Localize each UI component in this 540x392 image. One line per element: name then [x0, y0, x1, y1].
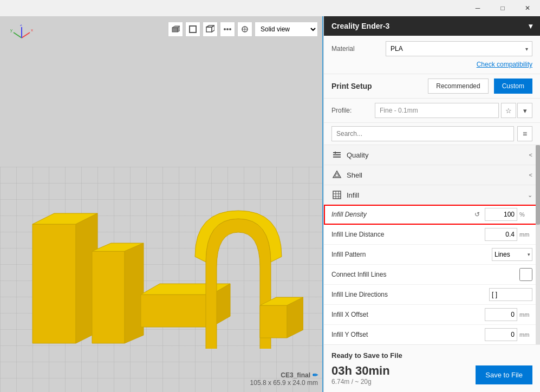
view-btn-2[interactable] [185, 22, 200, 37]
shell-section-header[interactable]: Shell < [324, 165, 540, 185]
quality-section-header[interactable]: Quality < [324, 145, 540, 165]
dimensions-text: 105.8 x 65.9 x 24.0 mm [250, 379, 318, 387]
infill-section: Infill ⌄ Infill Density ↺ % Infill Line … [324, 185, 540, 345]
infill-pattern-select[interactable]: Lines Grid Triangles Cubic Gyroid [492, 248, 532, 261]
infill-density-control: ↺ % [472, 208, 532, 221]
tab-custom[interactable]: Custom [494, 79, 532, 94]
ready-label: Ready to Save to File [331, 351, 532, 360]
tab-recommended[interactable]: Recommended [428, 79, 488, 94]
infill-y-offset-input[interactable] [485, 328, 517, 341]
infill-icon [331, 190, 342, 200]
infill-density-row: Infill Density ↺ % [324, 205, 540, 225]
svg-point-14 [226, 28, 229, 30]
view-btn-3[interactable] [203, 22, 218, 37]
infill-density-label: Infill Density [331, 211, 472, 218]
svg-text:y: y [10, 28, 12, 32]
profile-label: Profile: [331, 107, 375, 114]
infill-density-input[interactable] [485, 208, 517, 221]
svg-rect-6 [172, 28, 178, 32]
main-container: x y z [0, 16, 540, 392]
shell-chevron: < [529, 172, 532, 178]
infill-x-offset-control: mm [485, 308, 532, 321]
scrollbar-thumb[interactable] [536, 145, 540, 225]
print-setup-header: Print Setup Recommended Custom [324, 74, 540, 99]
infill-y-offset-control: mm [485, 328, 532, 341]
svg-point-15 [229, 28, 231, 30]
infill-y-offset-row: Infill Y Offset mm [324, 325, 540, 345]
viewport-toolbar: Solid view Wireframe view X-Ray view [168, 22, 318, 37]
profile-select-box[interactable]: Fine - 0.1mm [375, 103, 499, 118]
svg-point-13 [224, 28, 226, 30]
infill-line-directions-input[interactable] [489, 288, 532, 301]
svg-text:x: x [31, 28, 33, 32]
svg-marker-12 [212, 25, 214, 32]
panel-header: Creality Ender-3 ▾ [324, 16, 540, 36]
settings-list: Quality < Shell < [324, 145, 540, 345]
footer-row: 03h 30min 6.74m / ~ 20g Save to File [331, 364, 532, 386]
view-btn-4[interactable] [220, 22, 235, 37]
view-btn-5[interactable] [237, 22, 252, 37]
profile-row: Profile: Fine - 0.1mm ☆ ▾ [324, 99, 540, 123]
search-row: ≡ [324, 123, 540, 145]
search-input[interactable] [331, 126, 514, 141]
svg-line-0 [22, 32, 30, 38]
profile-actions: ☆ ▾ [501, 103, 532, 118]
shell-section: Shell < [324, 165, 540, 185]
edit-icon[interactable]: ✏ [313, 371, 318, 379]
material-label: Material [331, 45, 386, 53]
infill-pattern-dropdown-wrapper: Lines Grid Triangles Cubic Gyroid [492, 248, 532, 261]
infill-x-offset-unit: mm [519, 311, 532, 318]
infill-line-distance-input[interactable] [485, 228, 517, 241]
infill-line-distance-control: mm [485, 228, 532, 241]
close-button[interactable]: ✕ [515, 0, 540, 16]
infill-pattern-row: Infill Pattern Lines Grid Triangles Cubi… [324, 245, 540, 265]
viewport-border-line [322, 16, 323, 392]
quality-icon [331, 149, 342, 160]
profile-dropdown-btn[interactable]: ▾ [517, 103, 532, 118]
infill-y-offset-label: Infill Y Offset [331, 331, 485, 338]
infill-chevron: ⌄ [528, 192, 532, 199]
infill-section-header[interactable]: Infill ⌄ [324, 185, 540, 205]
infill-title: Infill [347, 191, 523, 199]
infill-line-distance-unit: mm [519, 231, 532, 238]
infill-x-offset-row: Infill X Offset mm [324, 305, 540, 325]
material-row: Material PLA ABS PETG [331, 41, 532, 56]
check-compatibility-link[interactable]: Check compatibility [331, 61, 532, 68]
svg-marker-23 [141, 295, 211, 327]
shell-icon [331, 169, 342, 180]
connect-infill-lines-row: Connect Infill Lines [324, 265, 540, 285]
connect-infill-lines-checkbox[interactable] [519, 268, 532, 281]
connect-infill-lines-control [519, 268, 532, 281]
quality-title: Quality [347, 151, 525, 159]
svg-marker-20 [92, 251, 125, 343]
search-menu-btn[interactable]: ≡ [517, 126, 532, 141]
quality-section: Quality < [324, 145, 540, 165]
infill-line-directions-row: Infill Line Directions [324, 285, 540, 305]
maximize-button[interactable]: □ [490, 0, 515, 16]
save-to-file-button[interactable]: Save to File [476, 365, 532, 384]
infill-pattern-label: Infill Pattern [331, 251, 492, 258]
view-cube-btn[interactable] [168, 22, 183, 37]
panel-collapse-icon[interactable]: ▾ [529, 22, 532, 30]
infill-line-distance-row: Infill Line Distance mm [324, 225, 540, 245]
viewport-footer: CE3_final ✏ 105.8 x 65.9 x 24.0 mm [250, 371, 318, 387]
filename-row: CE3_final ✏ [250, 371, 318, 379]
svg-marker-22 [125, 243, 144, 343]
profile-star-btn[interactable]: ☆ [501, 103, 516, 118]
svg-rect-10 [206, 27, 212, 32]
infill-x-offset-input[interactable] [485, 308, 517, 321]
view-mode-select[interactable]: Solid view Wireframe view X-Ray view [255, 22, 318, 37]
axis-icon: x y z [8, 24, 35, 51]
viewport[interactable]: x y z [0, 16, 323, 392]
infill-density-reset[interactable]: ↺ [472, 209, 483, 220]
infill-x-offset-label: Infill X Offset [331, 311, 485, 318]
svg-rect-35 [333, 191, 341, 199]
material-section: Material PLA ABS PETG Check compatibilit… [324, 36, 540, 74]
material-select[interactable]: PLA ABS PETG [386, 41, 532, 56]
title-bar: ─ □ ✕ [0, 0, 540, 16]
print-details: 6.74m / ~ 20g [331, 378, 390, 386]
print-time-container: 03h 30min 6.74m / ~ 20g [331, 364, 390, 386]
svg-line-2 [14, 32, 22, 38]
minimize-button[interactable]: ─ [465, 0, 490, 16]
scrollbar[interactable] [536, 145, 540, 344]
